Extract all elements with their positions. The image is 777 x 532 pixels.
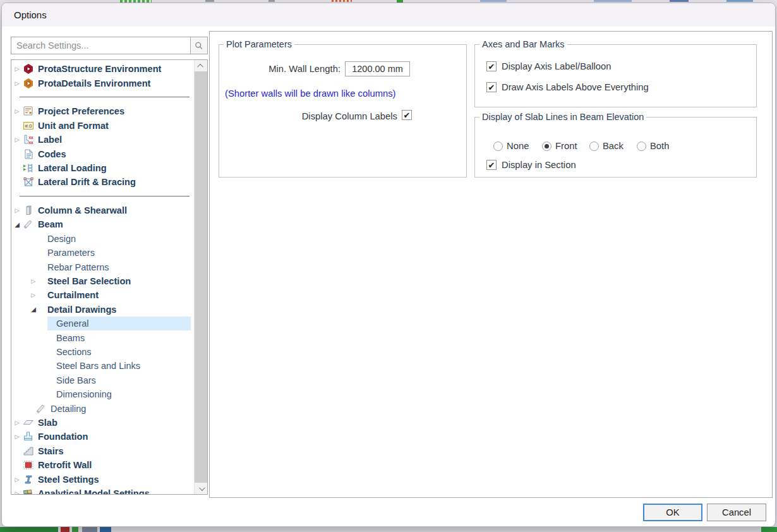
radio-label: Back: [603, 141, 623, 151]
display-column-labels-label: Display Column Labels: [219, 111, 397, 121]
sidebar-item-dimensioning[interactable]: Dimensioning: [11, 387, 207, 401]
expander-icon[interactable]: ▷: [13, 66, 21, 72]
display-axis-label-checkbox[interactable]: [486, 61, 497, 71]
label-icon: [23, 134, 34, 145]
dialog-title: Options: [14, 9, 47, 20]
scroll-up-arrow-icon[interactable]: [195, 60, 208, 71]
sidebar-item-beams[interactable]: Beams: [11, 330, 207, 344]
expander-icon[interactable]: ▷: [13, 433, 21, 440]
expander-icon[interactable]: ◢: [13, 221, 21, 228]
none-radio[interactable]: [493, 142, 503, 151]
sidebar-item-project-preferences[interactable]: ▷Project Preferences: [11, 104, 207, 118]
background-artifact: [332, 0, 352, 2]
slab-lines-group: Display of Slab Lines in Beam Elevation …: [474, 117, 757, 178]
sidebar-item-protadetails-environment[interactable]: ▷ProtaDetails Environment: [11, 76, 207, 90]
sidebar-item-label[interactable]: ▷Label: [11, 133, 207, 147]
expander-icon[interactable]: ◢: [29, 306, 38, 313]
expander-icon[interactable]: ▷: [13, 136, 21, 143]
background-artifact: [480, 0, 507, 2]
sidebar-item-side-bars[interactable]: Side Bars: [11, 373, 207, 387]
sidebar-item-unit-and-format[interactable]: ▷Unit and Format: [11, 119, 207, 133]
sidebar-item-general[interactable]: General: [11, 317, 207, 330]
magnifier-icon: [193, 41, 205, 51]
search-settings-box: [11, 37, 208, 54]
sidebar-item-slab[interactable]: ▷Slab: [11, 416, 207, 430]
expander-icon[interactable]: ▷: [29, 278, 38, 284]
hexagon-red-icon: [23, 63, 34, 75]
slab-icon: [23, 417, 34, 428]
sidebar-item-steel-bar-selection[interactable]: ▷Steel Bar Selection: [11, 274, 207, 288]
stairs-icon: [23, 445, 34, 457]
expander-icon[interactable]: ▷: [13, 108, 21, 114]
lateral-loading-icon: [23, 162, 34, 174]
project-preferences-icon: [23, 106, 34, 117]
background-artifact: [726, 0, 753, 2]
unit-format-icon: [23, 120, 34, 131]
sidebar-item-foundation[interactable]: ▷Foundation: [11, 430, 207, 444]
shorter-walls-note: (Shorter walls will be drawn like column…: [225, 88, 396, 99]
sidebar-item-retrofit-wall[interactable]: ▷Retrofit Wall: [11, 458, 207, 472]
front-radio[interactable]: [542, 142, 551, 151]
retrofit-wall-icon: [23, 459, 34, 471]
sidebar-item-sections[interactable]: Sections: [11, 345, 207, 359]
sidebar-item-steel-bars-and-links[interactable]: Steel Bars and Links: [11, 359, 207, 373]
expander-icon[interactable]: ▷: [13, 476, 21, 483]
radio-front[interactable]: Front: [542, 141, 577, 151]
background-artifact: [82, 527, 97, 532]
checkbox-label: Draw Axis Labels Above Everything: [502, 82, 649, 92]
back-radio[interactable]: [589, 142, 599, 151]
background-artifact: [100, 527, 111, 532]
radio-both[interactable]: Both: [637, 141, 669, 151]
analytical-model-icon: [23, 488, 34, 495]
settings-tree-items: ▷ProtaStructure Environment ▷ProtaDetail…: [11, 60, 207, 495]
group-title: Display of Slab Lines in Beam Elevation: [479, 112, 646, 122]
sidebar-item-detailing[interactable]: Detailing: [11, 401, 207, 415]
sidebar-item-steel-settings[interactable]: ▷Steel Settings: [11, 472, 207, 486]
sidebar-item-analytical-model-settings[interactable]: ▷Analytical Model Settings: [11, 487, 207, 495]
dialog-titlebar[interactable]: Options: [2, 3, 775, 27]
checkbox-label: Display Axis Label/Balloon: [502, 61, 611, 71]
beam-icon: [23, 219, 34, 230]
expander-icon[interactable]: ▷: [13, 207, 21, 214]
sidebar-item-design[interactable]: Design: [11, 232, 207, 246]
display-in-section-row: Display in Section: [486, 160, 576, 170]
background-artifact: [61, 527, 69, 532]
settings-tree: ▷ProtaStructure Environment ▷ProtaDetail…: [11, 59, 208, 495]
draw-axis-labels-checkbox[interactable]: [486, 82, 497, 92]
radio-none[interactable]: None: [493, 141, 529, 151]
sidebar-item-parameters[interactable]: Parameters: [11, 246, 207, 260]
sidebar-item-lateral-drift-bracing[interactable]: ▷Lateral Drift & Bracing: [11, 175, 207, 189]
sidebar-item-lateral-loading[interactable]: ▷Lateral Loading: [11, 161, 207, 175]
sidebar-item-column-shearwall[interactable]: ▷Column & Shearwall: [11, 203, 207, 217]
search-input[interactable]: [11, 37, 190, 54]
sidebar-item-rebar-patterns[interactable]: Rebar Patterns: [11, 260, 207, 274]
ok-button[interactable]: OK: [643, 504, 702, 521]
sidebar-item-detail-drawings[interactable]: ◢Detail Drawings: [11, 303, 207, 317]
min-wall-length-label: Min. Wall Length:: [219, 64, 340, 74]
radio-back[interactable]: Back: [589, 141, 623, 151]
expander-icon[interactable]: ▷: [13, 490, 21, 495]
axes-and-bar-marks-group: Axes and Bar Marks Display Axis Label/Ba…: [474, 44, 757, 107]
steel-icon: [23, 474, 34, 485]
sidebar-item-stairs[interactable]: ▷Stairs: [11, 444, 207, 458]
draw-axis-labels-row: Draw Axis Labels Above Everything: [486, 82, 649, 92]
sidebar-item-curtailment[interactable]: ▷Curtailment: [11, 288, 207, 302]
sidebar-item-protastructure-environment[interactable]: ▷ProtaStructure Environment: [11, 62, 207, 76]
scroll-down-arrow-icon[interactable]: [195, 483, 208, 494]
tree-separator: [11, 90, 207, 104]
search-button[interactable]: [190, 37, 207, 54]
expander-icon[interactable]: ▷: [13, 420, 21, 426]
settings-content-panel: Plot Parameters Min. Wall Length: (Short…: [209, 31, 773, 498]
expander-icon[interactable]: ▷: [13, 80, 21, 87]
display-column-labels-checkbox[interactable]: [402, 110, 412, 120]
scrollbar-thumb[interactable]: [195, 71, 207, 483]
min-wall-length-input[interactable]: [345, 61, 410, 76]
tree-scrollbar[interactable]: [194, 60, 207, 494]
cancel-button[interactable]: Cancel: [707, 504, 766, 521]
display-in-section-checkbox[interactable]: [486, 160, 497, 170]
checkbox-label: Display in Section: [502, 160, 576, 170]
sidebar-item-beam[interactable]: ◢Beam: [11, 217, 207, 231]
sidebar-item-codes[interactable]: ▷Codes: [11, 147, 207, 160]
both-radio[interactable]: [637, 142, 646, 151]
expander-icon[interactable]: ▷: [29, 292, 38, 298]
